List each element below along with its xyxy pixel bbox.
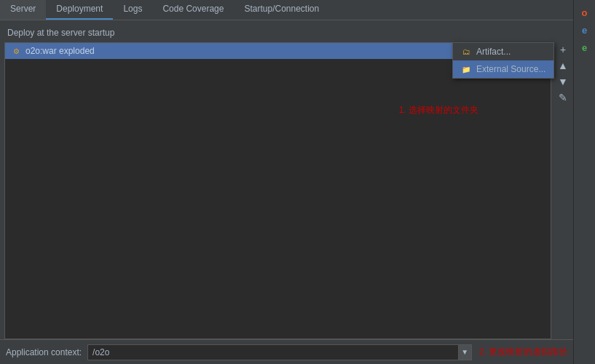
tab-bar: Server Deployment Logs Code Coverage Sta… (0, 0, 573, 20)
side-actions: + ▲ ▼ ✎ (553, 42, 573, 339)
section-label: Deploy at the server startup (0, 26, 573, 42)
move-down-button[interactable]: ▼ (556, 74, 570, 89)
deployment-item-label: o2o:war exploded (25, 46, 95, 56)
external-source-icon: 📁 (460, 63, 472, 75)
application-context-label: Application context: (6, 347, 82, 357)
application-context-input[interactable] (87, 344, 459, 360)
edit-button[interactable]: ✎ (556, 90, 570, 105)
tab-deployment[interactable]: Deployment (46, 0, 113, 20)
tab-logs[interactable]: Logs (113, 0, 152, 20)
dropdown-item-external-source-label: External Source... (476, 64, 545, 74)
e-green-icon[interactable]: e (577, 39, 593, 55)
annotation-2: 2. 更改映射的虚拟路径 (479, 346, 567, 358)
artifact-icon: 🗂 (460, 46, 472, 58)
deployment-list-container: ⚙ o2o:war exploded + ▲ ▼ ✎ 1. 选择映射的文件夹 🗂… (0, 42, 573, 339)
dropdown-item-artifact[interactable]: 🗂 Artifact... (453, 43, 553, 60)
dropdown-popup: 🗂 Artifact... 📁 External Source... (452, 42, 554, 79)
bottom-bar: Application context: ▼ 2. 更改映射的虚拟路径 (0, 339, 573, 364)
tab-startup-connection[interactable]: Startup/Connection (234, 0, 329, 20)
tab-code-coverage[interactable]: Code Coverage (152, 0, 234, 20)
deployment-item-icon: ⚙ (11, 46, 21, 56)
content-area: Deploy at the server startup ⚙ o2o:war e… (0, 20, 573, 339)
move-up-button[interactable]: ▲ (556, 58, 570, 73)
e-blue-icon[interactable]: e (577, 22, 593, 38)
dropdown-item-external-source[interactable]: 📁 External Source... (453, 60, 553, 78)
deployment-list: ⚙ o2o:war exploded (4, 42, 551, 339)
main-panel: Server Deployment Logs Code Coverage Sta… (0, 0, 573, 364)
o-icon[interactable]: o (577, 4, 593, 20)
add-button[interactable]: + (556, 42, 570, 57)
tab-server[interactable]: Server (0, 0, 46, 20)
dropdown-item-artifact-label: Artifact... (476, 47, 511, 57)
right-sidebar: o e e (573, 0, 595, 364)
application-context-dropdown[interactable]: ▼ (459, 344, 472, 360)
